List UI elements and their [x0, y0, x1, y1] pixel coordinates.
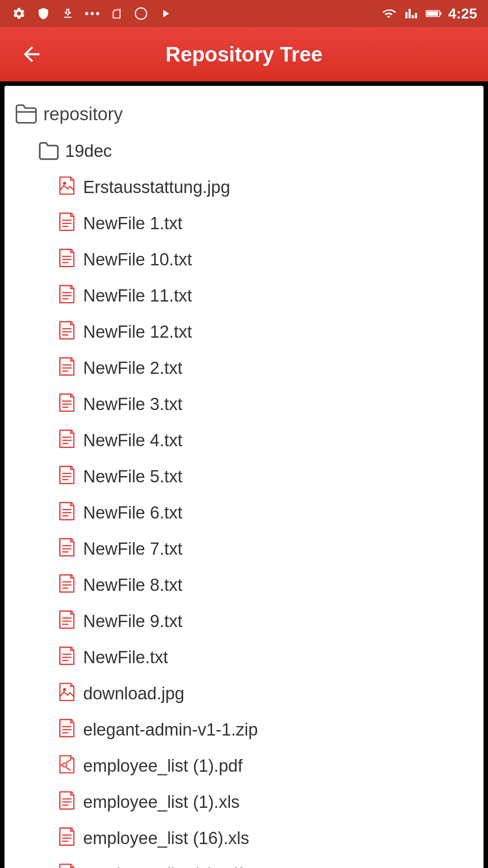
tree-item-label: NewFile 3.txt — [83, 395, 183, 414]
pdf-file-icon — [54, 753, 80, 778]
text-file-icon — [54, 283, 80, 308]
svg-point-60 — [63, 688, 66, 691]
svg-rect-6 — [427, 11, 438, 15]
tree-item[interactable]: NewFile 12.txt — [9, 314, 479, 350]
tree-item-label: NewFile 10.txt — [83, 250, 192, 269]
status-bar: 4:25 — [0, 0, 488, 27]
sdcard-icon — [108, 5, 125, 22]
tree-item-label: NewFile 7.txt — [83, 539, 183, 559]
tree-item-label: NewFile 5.txt — [83, 467, 183, 486]
text-file-icon — [54, 536, 80, 561]
tree-item-label: employee_list (1).pdf — [83, 756, 243, 776]
tree-item[interactable]: 19dec — [9, 133, 479, 169]
circle-icon — [133, 5, 149, 22]
tree-item[interactable]: NewFile 8.txt — [9, 567, 479, 603]
tree-item[interactable]: employee_list (1).pdf — [9, 748, 479, 784]
page-title: Repository Tree — [50, 42, 438, 66]
tree-children: 19dec Erstausstattung.jpg NewFile 1.txt … — [9, 133, 479, 868]
tree-item[interactable]: download.jpg — [9, 675, 479, 712]
folder-open-icon — [14, 101, 39, 127]
text-file-icon — [54, 826, 80, 851]
tree-item[interactable]: NewFile 2.txt — [9, 350, 479, 386]
tree-item-label: employee_list (1).xls — [83, 793, 239, 812]
settings-icon — [11, 5, 27, 22]
content-area: repository 19dec Erstausstattung.jpg New… — [5, 86, 483, 868]
text-file-icon — [54, 789, 80, 815]
root-folder[interactable]: repository — [9, 95, 479, 133]
svg-point-2 — [96, 12, 99, 15]
svg-point-3 — [136, 8, 147, 19]
tree-item[interactable]: NewFile 6.txt — [9, 495, 479, 531]
tree-item[interactable]: NewFile 7.txt — [9, 531, 479, 567]
tree-item-label: NewFile 2.txt — [83, 359, 183, 378]
svg-point-0 — [85, 12, 89, 15]
tree-item[interactable]: NewFile 9.txt — [9, 603, 479, 639]
dots-icon — [84, 5, 100, 22]
text-file-icon — [54, 572, 80, 598]
tree-item[interactable]: employee_list (1).xls — [9, 784, 479, 820]
status-icons-left — [11, 5, 174, 22]
tree-item-label: 19dec — [65, 142, 112, 161]
tree-item[interactable]: NewFile 11.txt — [9, 278, 479, 314]
shield-icon — [35, 5, 52, 22]
text-file-icon — [54, 464, 80, 489]
image-file-icon — [54, 175, 80, 200]
folder-icon — [36, 138, 61, 164]
tree-item[interactable]: NewFile 10.txt — [9, 241, 479, 278]
tree-item[interactable]: NewFile 1.txt — [9, 205, 479, 241]
tree-item-label: NewFile 8.txt — [83, 576, 183, 595]
text-file-icon — [54, 319, 80, 344]
tree-item-label: employee_list (2).pdf — [83, 865, 243, 868]
text-file-icon — [54, 247, 80, 272]
tree-item-label: NewFile 6.txt — [83, 503, 183, 523]
tree-item[interactable]: employee_list (16).xls — [9, 820, 479, 856]
tree-item-label: download.jpg — [83, 684, 184, 703]
text-file-icon — [54, 645, 80, 670]
text-file-icon — [54, 392, 80, 417]
download-icon — [60, 5, 76, 22]
tree-item[interactable]: NewFile 3.txt — [9, 386, 479, 422]
svg-point-1 — [91, 12, 94, 15]
tree-item-label: NewFile 12.txt — [83, 322, 192, 342]
tree-item-label: employee_list (16).xls — [83, 829, 249, 848]
svg-point-7 — [63, 182, 66, 185]
status-icons-right: 4:25 — [380, 5, 477, 22]
battery-icon — [426, 5, 442, 22]
text-file-icon — [54, 500, 80, 525]
back-button[interactable] — [14, 42, 50, 66]
tree-item[interactable]: employee_list (2).pdf — [9, 856, 479, 868]
tree-item[interactable]: elegant-admin-v1-1.zip — [9, 712, 479, 748]
tree-item-label: NewFile 4.txt — [83, 431, 183, 450]
tree-item[interactable]: NewFile.txt — [9, 639, 479, 675]
pdf-file-icon — [54, 862, 80, 868]
app-bar: Repository Tree — [0, 27, 488, 81]
play-icon — [157, 5, 174, 22]
tree-item-label: elegant-admin-v1-1.zip — [83, 720, 258, 740]
svg-rect-5 — [440, 12, 441, 15]
tree-item[interactable]: NewFile 4.txt — [9, 422, 479, 458]
text-file-icon — [54, 355, 80, 381]
text-file-icon — [54, 717, 80, 742]
image-file-icon — [54, 681, 80, 706]
wifi-icon — [380, 5, 397, 22]
tree-item[interactable]: Erstausstattung.jpg — [9, 169, 479, 205]
time-display: 4:25 — [448, 5, 477, 22]
tree-item-label: NewFile 1.txt — [83, 214, 183, 233]
signal-icon — [403, 5, 419, 22]
tree-item-label: NewFile.txt — [83, 648, 168, 667]
text-file-icon — [54, 428, 80, 453]
tree-item-label: Erstausstattung.jpg — [83, 178, 230, 197]
tree-item-label: NewFile 9.txt — [83, 612, 183, 631]
root-folder-label: repository — [43, 104, 123, 124]
text-file-icon — [54, 609, 80, 634]
tree-item-label: NewFile 11.txt — [83, 286, 192, 306]
text-file-icon — [54, 211, 80, 236]
tree-item[interactable]: NewFile 5.txt — [9, 458, 479, 495]
